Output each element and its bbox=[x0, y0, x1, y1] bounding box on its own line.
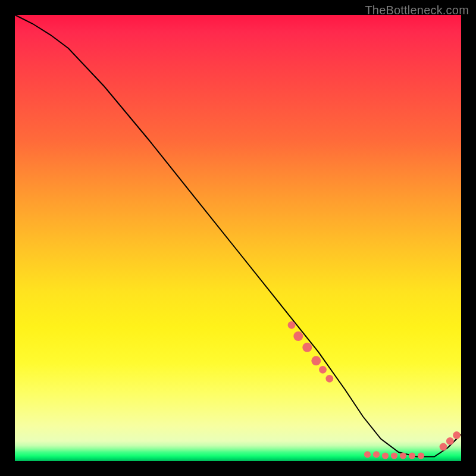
data-marker bbox=[446, 437, 454, 445]
data-marker bbox=[302, 343, 312, 352]
data-marker bbox=[288, 321, 296, 329]
data-marker bbox=[311, 356, 321, 365]
bottleneck-curve bbox=[15, 15, 461, 457]
data-marker bbox=[409, 452, 415, 459]
data-markers bbox=[288, 321, 461, 459]
data-marker bbox=[364, 451, 371, 458]
data-marker bbox=[418, 452, 424, 459]
chart-svg bbox=[15, 15, 461, 461]
data-marker bbox=[391, 452, 397, 459]
data-marker bbox=[325, 375, 333, 383]
data-marker bbox=[400, 452, 406, 459]
data-marker bbox=[440, 443, 447, 451]
data-marker bbox=[453, 431, 461, 439]
watermark-label: TheBottleneck.com bbox=[365, 4, 469, 17]
data-marker bbox=[382, 452, 389, 459]
data-marker bbox=[319, 366, 327, 374]
data-marker bbox=[293, 331, 303, 341]
chart-frame: TheBottleneck.com bbox=[0, 0, 476, 476]
data-marker bbox=[373, 451, 380, 458]
